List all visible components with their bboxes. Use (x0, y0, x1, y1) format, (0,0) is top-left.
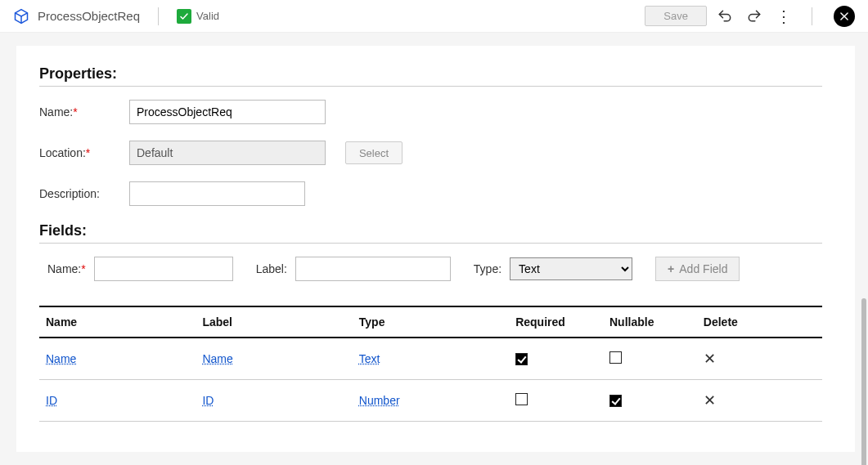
scrollbar-thumb[interactable] (861, 298, 866, 465)
valid-label: Valid (196, 10, 219, 22)
delete-row-button[interactable]: ✕ (704, 392, 716, 409)
main-panel: Properties: Name:* Location:* Select Des… (16, 46, 855, 452)
col-label: Label (196, 306, 352, 338)
table-header-row: Name Label Type Required Nullable Delete (39, 306, 822, 338)
page-title: ProcessObjectReq (38, 9, 140, 23)
plus-icon: + (668, 262, 674, 275)
fields-table: Name Label Type Required Nullable Delete… (39, 306, 822, 422)
row-label-link[interactable]: Name (202, 352, 232, 365)
description-input[interactable] (129, 181, 305, 206)
topbar-left: ProcessObjectReq Valid (13, 7, 219, 25)
location-input[interactable] (129, 141, 326, 165)
col-required: Required (509, 306, 603, 338)
col-name: Name (39, 306, 196, 338)
topbar-right: Save ⋮ (645, 5, 855, 28)
select-location-button[interactable]: Select (345, 141, 403, 164)
name-label: Name:* (39, 105, 129, 118)
col-delete: Delete (697, 306, 822, 338)
divider (812, 7, 812, 25)
field-type-select[interactable]: Text (510, 257, 632, 280)
divider (39, 243, 822, 244)
field-name-input[interactable] (94, 257, 233, 281)
col-type: Type (353, 306, 509, 338)
divider (158, 7, 159, 25)
delete-row-button[interactable]: ✕ (704, 351, 716, 367)
col-nullable: Nullable (603, 306, 697, 338)
add-field-button[interactable]: + Add Field (655, 257, 740, 281)
location-label: Location:* (39, 146, 129, 159)
undo-button[interactable] (713, 5, 736, 28)
topbar: ProcessObjectReq Valid Save ⋮ (0, 0, 868, 33)
field-name-label: Name:* (47, 262, 86, 275)
divider (39, 86, 822, 87)
required-checkbox[interactable] (515, 393, 528, 405)
valid-check-icon (177, 9, 191, 24)
description-label: Description: (39, 187, 129, 200)
description-row: Description: (39, 181, 822, 206)
row-name-link[interactable]: ID (46, 394, 57, 407)
more-menu-button[interactable]: ⋮ (772, 8, 795, 25)
nullable-checkbox[interactable] (609, 351, 622, 364)
location-row: Location:* Select (39, 141, 822, 165)
row-label-link[interactable]: ID (202, 394, 214, 407)
add-field-row: Name:* Label: Type: Text + Add Field (39, 257, 822, 281)
cube-icon (13, 8, 29, 25)
row-name-link[interactable]: Name (46, 352, 76, 365)
field-label-label: Label: (256, 262, 287, 275)
table-row: Name Name Text ✕ (39, 338, 822, 380)
name-row: Name:* (39, 100, 822, 124)
properties-heading: Properties: (39, 65, 822, 83)
required-checkbox[interactable] (515, 353, 528, 365)
row-type-link[interactable]: Number (359, 394, 400, 407)
content-wrapper: Properties: Name:* Location:* Select Des… (0, 33, 868, 465)
field-type-label: Type: (474, 262, 501, 275)
close-button[interactable] (834, 6, 855, 27)
field-label-input[interactable] (295, 257, 451, 281)
name-input[interactable] (129, 100, 326, 124)
valid-badge: Valid (177, 9, 219, 24)
save-button[interactable]: Save (645, 6, 707, 26)
fields-heading: Fields: (39, 222, 822, 239)
row-type-link[interactable]: Text (359, 352, 380, 365)
nullable-checkbox[interactable] (609, 395, 622, 407)
redo-button[interactable] (743, 5, 766, 28)
table-row: ID ID Number ✕ (39, 380, 822, 422)
